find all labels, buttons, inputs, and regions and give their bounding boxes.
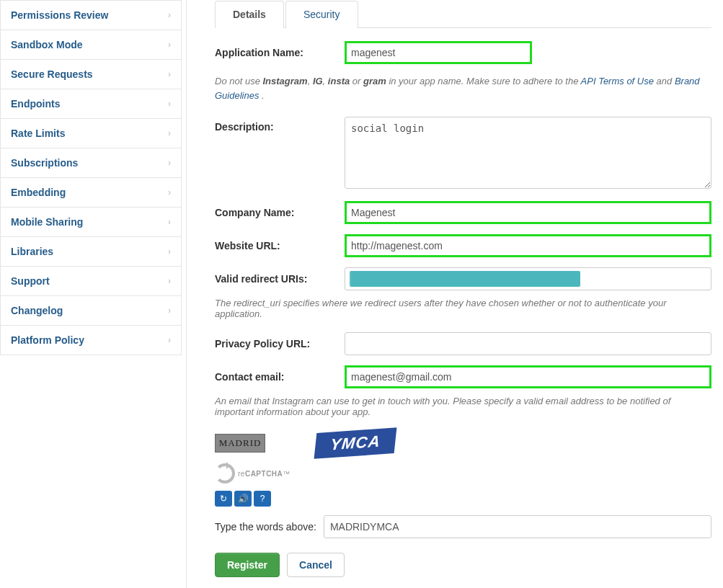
- captcha-area: MADRID YMCA reCAPTCHA™ ↻ 🔊 ? Type the wo…: [215, 430, 711, 538]
- recaptcha-logo: reCAPTCHA™: [215, 463, 711, 484]
- website-highlight: [345, 234, 711, 257]
- captcha-image-2: YMCA: [314, 427, 397, 459]
- sidebar-item-label: Changelog: [11, 305, 63, 316]
- company-label: Company Name:: [215, 207, 345, 218]
- redirect-label: Valid redirect URIs:: [215, 273, 345, 285]
- sidebar-item-permissions-review[interactable]: Permissions Review›: [0, 0, 182, 30]
- app-name-highlight: [345, 41, 532, 64]
- sidebar-item-label: Rate Limits: [11, 128, 65, 139]
- privacy-label: Privacy Policy URL:: [215, 338, 345, 349]
- redirect-input[interactable]: [345, 267, 711, 290]
- chevron-right-icon: ›: [168, 246, 171, 257]
- contact-label: Contact email:: [215, 371, 345, 383]
- chevron-right-icon: ›: [168, 40, 171, 50]
- sidebar-item-label: Subscriptions: [11, 157, 78, 169]
- sidebar-item-subscriptions[interactable]: Subscriptions›: [0, 148, 182, 178]
- register-button[interactable]: Register: [215, 553, 280, 577]
- sidebar-item-mobile-sharing[interactable]: Mobile Sharing›: [0, 208, 182, 237]
- website-label: Website URL:: [215, 240, 345, 251]
- sidebar-item-embedding[interactable]: Embedding›: [0, 178, 182, 208]
- sidebar-item-secure-requests[interactable]: Secure Requests›: [0, 60, 182, 89]
- captcha-audio-button[interactable]: 🔊: [234, 491, 252, 507]
- chevron-right-icon: ›: [168, 158, 171, 168]
- sidebar-item-label: Endpoints: [11, 98, 60, 110]
- vertical-divider: [186, 0, 187, 588]
- sidebar-item-changelog[interactable]: Changelog›: [0, 296, 182, 326]
- contact-input[interactable]: [347, 368, 709, 386]
- company-highlight: [345, 201, 711, 224]
- sidebar-item-sandbox-mode[interactable]: Sandbox Mode›: [0, 30, 182, 60]
- description-label: Description:: [215, 117, 345, 133]
- sidebar-item-label: Embedding: [11, 187, 66, 198]
- sidebar-item-label: Mobile Sharing: [11, 216, 83, 228]
- sidebar-item-label: Secure Requests: [11, 68, 93, 80]
- sidebar: Permissions Review› Sandbox Mode› Secure…: [0, 0, 182, 588]
- app-name-hint: Do not use Instagram, IG, insta or gram …: [215, 74, 711, 102]
- captcha-help-button[interactable]: ?: [254, 491, 271, 507]
- sidebar-item-platform-policy[interactable]: Platform Policy›: [0, 326, 182, 355]
- chevron-right-icon: ›: [168, 306, 171, 316]
- main-content: Details Security Application Name: Do no…: [182, 0, 723, 588]
- tab-details[interactable]: Details: [215, 1, 284, 28]
- contact-hint: An email that Instagram can use to get i…: [215, 396, 711, 417]
- recaptcha-refresh-icon: [215, 463, 235, 484]
- sidebar-item-label: Permissions Review: [11, 9, 108, 21]
- chevron-right-icon: ›: [168, 69, 171, 79]
- redirect-hint: The redirect_uri specifies where we redi…: [215, 298, 711, 319]
- privacy-input[interactable]: [345, 332, 711, 355]
- tab-security[interactable]: Security: [285, 1, 358, 28]
- app-name-input[interactable]: [347, 43, 530, 62]
- sidebar-item-support[interactable]: Support›: [0, 267, 182, 296]
- sidebar-item-label: Support: [11, 275, 50, 287]
- sidebar-item-libraries[interactable]: Libraries›: [0, 237, 182, 267]
- description-input[interactable]: social login: [345, 117, 711, 189]
- sidebar-item-label: Platform Policy: [11, 334, 84, 346]
- tab-bar: Details Security: [215, 0, 711, 28]
- app-name-label: Application Name:: [215, 47, 345, 58]
- redacted-bar: [350, 271, 580, 287]
- company-input[interactable]: [347, 203, 709, 222]
- captcha-reload-button[interactable]: ↻: [215, 491, 232, 507]
- chevron-right-icon: ›: [168, 335, 171, 345]
- chevron-right-icon: ›: [168, 276, 171, 286]
- captcha-input[interactable]: [324, 515, 711, 538]
- chevron-right-icon: ›: [168, 187, 171, 197]
- cancel-button[interactable]: Cancel: [287, 553, 345, 577]
- contact-highlight: [345, 365, 711, 388]
- captcha-image-1: MADRID: [215, 434, 265, 453]
- chevron-right-icon: ›: [168, 10, 171, 20]
- sidebar-item-endpoints[interactable]: Endpoints›: [0, 89, 182, 119]
- chevron-right-icon: ›: [168, 128, 171, 138]
- captcha-type-label: Type the words above:: [215, 521, 316, 533]
- chevron-right-icon: ›: [168, 217, 171, 227]
- api-terms-link[interactable]: API Terms of Use: [581, 76, 654, 86]
- chevron-right-icon: ›: [168, 99, 171, 109]
- sidebar-item-rate-limits[interactable]: Rate Limits›: [0, 119, 182, 148]
- sidebar-item-label: Sandbox Mode: [11, 39, 83, 50]
- sidebar-item-label: Libraries: [11, 246, 53, 257]
- website-input[interactable]: [347, 236, 709, 255]
